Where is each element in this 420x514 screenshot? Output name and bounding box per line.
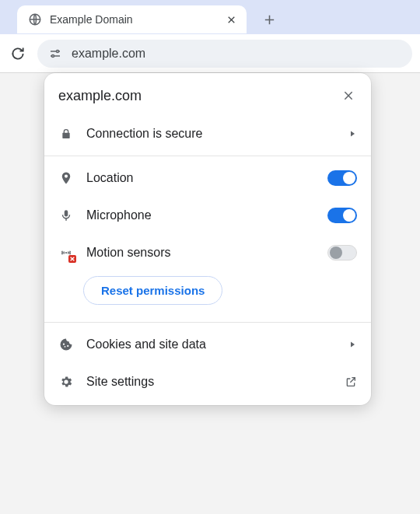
cookie-icon — [58, 337, 74, 352]
site-settings-label: Site settings — [86, 375, 332, 389]
permission-location-toggle[interactable] — [327, 170, 357, 186]
blocked-badge-icon — [68, 255, 76, 263]
popup-header: example.com — [44, 73, 371, 115]
permission-motion-toggle[interactable] — [327, 245, 357, 260]
popup-site-name: example.com — [58, 88, 340, 104]
external-link-icon — [345, 376, 357, 388]
cookies-row[interactable]: Cookies and site data — [44, 326, 371, 363]
permission-location-label: Location — [86, 171, 315, 185]
lock-icon — [58, 126, 74, 142]
new-tab-button[interactable] — [256, 6, 282, 33]
toolbar: example.com — [0, 34, 420, 73]
divider — [44, 322, 371, 323]
svg-point-3 — [65, 252, 67, 254]
page-content: example.com Connection is secure — [0, 73, 420, 514]
permission-microphone-label: Microphone — [86, 208, 315, 222]
address-bar-url: example.com — [72, 47, 145, 61]
site-controls-icon[interactable] — [48, 47, 62, 61]
close-tab-icon[interactable] — [225, 13, 237, 26]
globe-icon — [28, 12, 42, 26]
cookies-label: Cookies and site data — [86, 337, 335, 351]
reload-button[interactable] — [5, 40, 31, 67]
connection-row[interactable]: Connection is secure — [44, 115, 371, 152]
permission-motion-label: Motion sensors — [86, 246, 315, 260]
close-popup-button[interactable] — [340, 87, 357, 104]
reset-permissions-wrap: Reset permissions — [44, 271, 371, 319]
microphone-icon — [58, 208, 74, 223]
tab-strip: Example Domain — [0, 0, 420, 34]
location-pin-icon — [58, 170, 74, 186]
svg-point-2 — [52, 54, 54, 57]
connection-label: Connection is secure — [86, 127, 335, 141]
gear-icon — [58, 374, 74, 390]
address-bar[interactable]: example.com — [37, 40, 412, 68]
tab-title: Example Domain — [50, 13, 217, 26]
reset-permissions-button[interactable]: Reset permissions — [83, 276, 222, 305]
chevron-right-icon — [348, 129, 357, 138]
permission-microphone-row: Microphone — [44, 197, 371, 234]
permission-location-row: Location — [44, 159, 371, 197]
browser-tab[interactable]: Example Domain — [17, 5, 247, 33]
divider — [44, 156, 371, 156]
svg-point-1 — [57, 50, 59, 52]
motion-sensors-icon — [58, 245, 74, 260]
site-info-popup: example.com Connection is secure — [44, 73, 371, 405]
chevron-right-icon — [348, 340, 357, 349]
permission-motion-row: Motion sensors — [44, 234, 371, 271]
permission-microphone-toggle[interactable] — [327, 208, 357, 223]
site-settings-row[interactable]: Site settings — [44, 363, 371, 400]
